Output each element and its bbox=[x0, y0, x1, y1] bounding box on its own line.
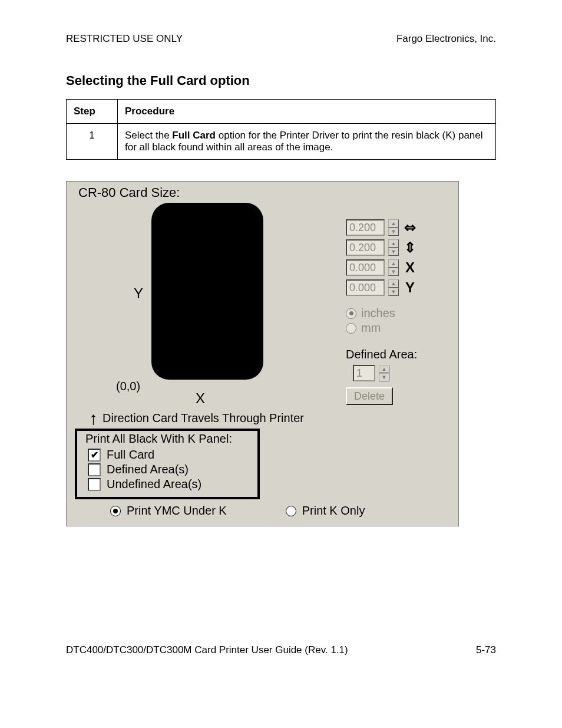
radio-print-ymc[interactable] bbox=[110, 506, 121, 516]
width-spin-up[interactable]: ▲ bbox=[388, 219, 399, 228]
footer-right: 5-73 bbox=[476, 644, 496, 656]
checkbox-undefined-areas[interactable] bbox=[88, 478, 101, 491]
procedure-table: Step Procedure 1 Select the Full Card op… bbox=[66, 99, 496, 160]
defined-area-label: Defined Area: bbox=[346, 348, 440, 361]
label-print-k-only: Print K Only bbox=[302, 504, 365, 518]
y-icon: Y bbox=[402, 279, 418, 296]
x-spin-down[interactable]: ▼ bbox=[388, 268, 399, 276]
step-text-pre: Select the bbox=[125, 130, 172, 141]
axis-x-label: X bbox=[196, 390, 205, 407]
delete-button[interactable]: Delete bbox=[346, 387, 393, 405]
defined-spin-up[interactable]: ▲ bbox=[379, 365, 389, 373]
label-undefined-areas: Undefined Area(s) bbox=[107, 477, 201, 491]
y-spin-down[interactable]: ▼ bbox=[388, 288, 399, 296]
units-mm-radio[interactable] bbox=[346, 323, 356, 334]
y-spin-up[interactable]: ▲ bbox=[388, 279, 399, 288]
groupbox-title: Print All Black With K Panel: bbox=[84, 432, 233, 445]
x-icon: X bbox=[402, 259, 418, 276]
step-number: 1 bbox=[67, 124, 118, 160]
checkbox-defined-areas[interactable] bbox=[88, 463, 101, 476]
width-spin-down[interactable]: ▼ bbox=[388, 228, 399, 236]
dialog-title: CR-80 Card Size: bbox=[78, 185, 450, 200]
header-left: RESTRICTED USE ONLY bbox=[66, 33, 183, 45]
arrow-up-icon: ↑ bbox=[89, 412, 98, 425]
width-icon: ⇔ bbox=[402, 219, 418, 236]
label-full-card: Full Card bbox=[107, 448, 154, 462]
radio-print-k-only[interactable] bbox=[286, 506, 296, 516]
height-input[interactable] bbox=[346, 239, 385, 256]
card-preview bbox=[151, 203, 263, 380]
step-text: Select the Full Card option for the Prin… bbox=[118, 124, 496, 160]
table-header-procedure: Procedure bbox=[118, 100, 496, 124]
width-input[interactable] bbox=[346, 219, 385, 236]
header-right: Fargo Electronics, Inc. bbox=[396, 33, 496, 45]
label-print-ymc: Print YMC Under K bbox=[127, 504, 227, 518]
section-title: Selecting the Full Card option bbox=[66, 73, 496, 88]
x-input[interactable] bbox=[346, 259, 385, 276]
label-defined-areas: Defined Area(s) bbox=[107, 463, 189, 476]
step-text-bold: Full Card bbox=[172, 130, 216, 141]
k-panel-groupbox: Print All Black With K Panel: ✔ Full Car… bbox=[75, 429, 260, 499]
table-header-step: Step bbox=[67, 100, 118, 124]
axis-y-label: Y bbox=[134, 285, 143, 302]
dialog-screenshot: CR-80 Card Size: Y (0,0) X ↑ Direction C… bbox=[66, 181, 459, 526]
height-spin-up[interactable]: ▲ bbox=[388, 239, 399, 248]
x-spin-up[interactable]: ▲ bbox=[388, 259, 399, 268]
units-inches-radio[interactable] bbox=[346, 308, 356, 319]
direction-text: Direction Card Travels Through Printer bbox=[103, 411, 304, 425]
checkbox-full-card[interactable]: ✔ bbox=[88, 449, 101, 462]
units-mm-label: mm bbox=[361, 321, 381, 335]
height-icon: ⇕ bbox=[402, 239, 418, 256]
defined-spin-down[interactable]: ▼ bbox=[379, 373, 389, 381]
y-input[interactable] bbox=[346, 279, 385, 296]
height-spin-down[interactable]: ▼ bbox=[388, 248, 399, 256]
units-inches-label: inches bbox=[361, 307, 395, 320]
table-row: 1 Select the Full Card option for the Pr… bbox=[67, 124, 496, 160]
origin-label: (0,0) bbox=[116, 380, 140, 393]
defined-area-input[interactable] bbox=[353, 365, 375, 381]
footer-left: DTC400/DTC300/DTC300M Card Printer User … bbox=[66, 644, 348, 656]
